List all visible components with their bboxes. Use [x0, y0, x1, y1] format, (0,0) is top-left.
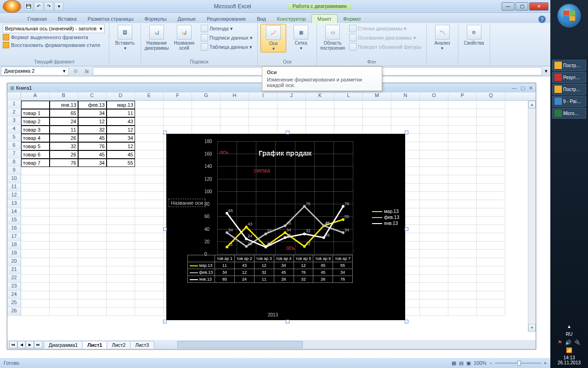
volume-icon[interactable]: 🔊: [565, 339, 571, 345]
cell[interactable]: [107, 167, 135, 175]
row-header[interactable]: 14: [7, 208, 21, 217]
cell[interactable]: [192, 117, 220, 126]
cell[interactable]: [135, 184, 164, 192]
cell[interactable]: [477, 184, 505, 192]
cell[interactable]: [448, 175, 477, 184]
format-selection-button[interactable]: Формат выделенного фрагмента: [3, 34, 88, 41]
cell[interactable]: [477, 283, 505, 291]
scroll-thumb[interactable]: [177, 341, 303, 348]
cell[interactable]: [78, 192, 107, 200]
cell[interactable]: 34: [78, 159, 107, 167]
legend-button[interactable]: Легенда ▾: [199, 24, 254, 33]
tray-expand-icon[interactable]: ▲: [550, 324, 588, 329]
cell[interactable]: [448, 126, 477, 134]
cell[interactable]: [477, 101, 505, 109]
cell[interactable]: [135, 217, 164, 225]
cell[interactable]: [135, 159, 164, 167]
sheet-tab[interactable]: Диаграмма1: [44, 341, 83, 349]
cell[interactable]: [50, 208, 78, 217]
cell[interactable]: [107, 175, 135, 184]
chart-wall-button[interactable]: Стенка диаграммы ▾: [347, 24, 424, 33]
tab-design[interactable]: Конструктор: [271, 15, 311, 23]
row-header[interactable]: 20: [7, 258, 21, 266]
cell[interactable]: [477, 299, 505, 308]
taskbar-item[interactable]: Резул…: [552, 72, 586, 83]
zoom-out-icon[interactable]: −: [489, 360, 492, 366]
language-indicator[interactable]: RU: [550, 332, 588, 337]
cell[interactable]: [135, 142, 164, 150]
row-header[interactable]: 16: [7, 225, 21, 233]
cell[interactable]: [135, 283, 164, 291]
cell[interactable]: [477, 159, 505, 167]
wb-close-icon[interactable]: ✕: [529, 85, 533, 91]
cell[interactable]: [448, 117, 477, 126]
cell[interactable]: [477, 308, 505, 316]
cell[interactable]: [306, 101, 334, 109]
cell[interactable]: [21, 101, 50, 109]
first-sheet-icon[interactable]: ⏮: [9, 341, 17, 348]
cell[interactable]: фев.13: [78, 101, 107, 109]
cell[interactable]: [21, 250, 50, 258]
cell[interactable]: [277, 117, 306, 126]
cell[interactable]: [135, 134, 164, 142]
cell[interactable]: [192, 101, 220, 109]
minimize-button[interactable]: —: [502, 2, 514, 11]
cell[interactable]: [420, 192, 448, 200]
cell[interactable]: 12: [107, 126, 135, 134]
cell[interactable]: [306, 126, 334, 134]
cell[interactable]: [78, 175, 107, 184]
cell[interactable]: [448, 192, 477, 200]
insert-button[interactable]: 🖼Вставить▾: [112, 24, 138, 52]
cell[interactable]: [448, 250, 477, 258]
cell[interactable]: [50, 242, 78, 250]
view-break-icon[interactable]: ▣: [466, 360, 471, 366]
cell[interactable]: [50, 217, 78, 225]
cell[interactable]: [78, 308, 107, 316]
cell[interactable]: 76: [50, 159, 78, 167]
cell[interactable]: [420, 126, 448, 134]
scroll-down-icon[interactable]: ▼: [528, 324, 536, 332]
cell[interactable]: [107, 275, 135, 283]
tab-insert[interactable]: Вставка: [52, 15, 82, 23]
cell[interactable]: [477, 233, 505, 242]
cell[interactable]: [420, 200, 448, 208]
power-icon[interactable]: 🔌: [574, 339, 581, 345]
row-header[interactable]: 22: [7, 275, 21, 283]
select-all-corner[interactable]: [7, 92, 21, 101]
cell[interactable]: [391, 126, 420, 134]
row-header[interactable]: 7: [7, 150, 21, 159]
cell[interactable]: [420, 109, 448, 117]
cell[interactable]: [21, 184, 50, 192]
cell[interactable]: [477, 126, 505, 134]
row-header[interactable]: 1: [7, 101, 21, 109]
cell[interactable]: [363, 101, 391, 109]
spreadsheet-grid[interactable]: ABCDEFGHIJKLMNOPQ 1янв.13фев.13мар.132то…: [7, 92, 536, 341]
cell[interactable]: [420, 159, 448, 167]
expand-formula-bar-icon[interactable]: ▾: [542, 68, 550, 74]
cell[interactable]: [78, 291, 107, 299]
cell[interactable]: [135, 291, 164, 299]
axes-button[interactable]: 📈Оси▾: [260, 24, 286, 52]
next-sheet-icon[interactable]: ▶: [26, 341, 34, 348]
cell[interactable]: 11: [107, 109, 135, 117]
cell[interactable]: [135, 250, 164, 258]
analysis-button[interactable]: 📉Анализ▾: [430, 24, 455, 52]
cell[interactable]: [391, 101, 420, 109]
cell[interactable]: [277, 101, 306, 109]
cell[interactable]: [477, 242, 505, 250]
cell[interactable]: [107, 200, 135, 208]
cell[interactable]: [50, 175, 78, 184]
cell[interactable]: [135, 275, 164, 283]
chart-object[interactable]: График продаж ось сетка ось Название оси…: [166, 134, 405, 320]
cell[interactable]: 45: [78, 134, 107, 142]
cell[interactable]: [78, 299, 107, 308]
cell[interactable]: [477, 175, 505, 184]
vertical-scrollbar[interactable]: ▲ ▼: [528, 101, 536, 332]
cell[interactable]: [107, 225, 135, 233]
cell[interactable]: [78, 184, 107, 192]
row-header[interactable]: 4: [7, 126, 21, 134]
column-header[interactable]: A: [21, 92, 50, 100]
gridlines-button[interactable]: ▦Сетка▾: [288, 24, 314, 52]
cell[interactable]: [220, 126, 249, 134]
sheet-tab[interactable]: Лист2: [107, 341, 130, 349]
